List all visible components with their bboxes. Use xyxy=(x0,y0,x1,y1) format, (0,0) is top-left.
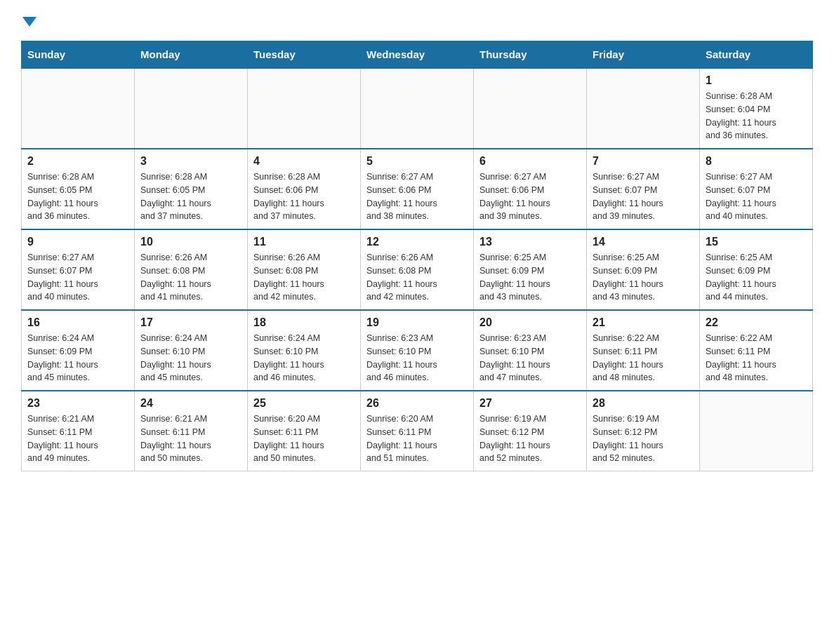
table-row xyxy=(361,68,474,149)
day-info: Sunrise: 6:27 AMSunset: 6:06 PMDaylight:… xyxy=(479,170,581,223)
day-number: 11 xyxy=(253,236,355,248)
day-info: Sunrise: 6:20 AMSunset: 6:11 PMDaylight:… xyxy=(253,412,355,465)
day-info: Sunrise: 6:19 AMSunset: 6:12 PMDaylight:… xyxy=(479,412,581,465)
day-number: 19 xyxy=(366,316,468,329)
table-row: 20Sunrise: 6:23 AMSunset: 6:10 PMDayligh… xyxy=(474,310,587,391)
table-row: 6Sunrise: 6:27 AMSunset: 6:06 PMDaylight… xyxy=(474,149,587,229)
day-number: 25 xyxy=(253,397,355,410)
calendar-week-row: 9Sunrise: 6:27 AMSunset: 6:07 PMDaylight… xyxy=(22,229,813,310)
calendar-header-row: Sunday Monday Tuesday Wednesday Thursday… xyxy=(22,41,813,69)
day-number: 17 xyxy=(140,316,241,329)
table-row: 10Sunrise: 6:26 AMSunset: 6:08 PMDayligh… xyxy=(135,229,248,310)
day-number: 8 xyxy=(706,155,807,168)
day-info: Sunrise: 6:28 AMSunset: 6:05 PMDaylight:… xyxy=(140,170,241,223)
day-number: 28 xyxy=(593,397,694,410)
table-row: 25Sunrise: 6:20 AMSunset: 6:11 PMDayligh… xyxy=(248,391,361,471)
day-info: Sunrise: 6:19 AMSunset: 6:12 PMDaylight:… xyxy=(593,412,694,465)
day-info: Sunrise: 6:24 AMSunset: 6:10 PMDaylight:… xyxy=(140,332,241,384)
day-number: 10 xyxy=(140,236,241,248)
table-row: 4Sunrise: 6:28 AMSunset: 6:06 PMDaylight… xyxy=(248,149,361,229)
table-row: 13Sunrise: 6:25 AMSunset: 6:09 PMDayligh… xyxy=(474,229,587,310)
day-info: Sunrise: 6:20 AMSunset: 6:11 PMDaylight:… xyxy=(366,412,468,465)
table-row: 2Sunrise: 6:28 AMSunset: 6:05 PMDaylight… xyxy=(22,149,135,229)
day-number: 20 xyxy=(479,316,581,329)
table-row: 11Sunrise: 6:26 AMSunset: 6:08 PMDayligh… xyxy=(248,229,361,310)
table-row: 26Sunrise: 6:20 AMSunset: 6:11 PMDayligh… xyxy=(361,391,474,471)
calendar-week-row: 23Sunrise: 6:21 AMSunset: 6:11 PMDayligh… xyxy=(22,391,813,471)
day-info: Sunrise: 6:25 AMSunset: 6:09 PMDaylight:… xyxy=(593,251,694,304)
day-info: Sunrise: 6:28 AMSunset: 6:05 PMDaylight:… xyxy=(27,170,128,223)
day-number: 9 xyxy=(27,236,128,248)
day-number: 16 xyxy=(27,316,128,329)
day-number: 2 xyxy=(27,155,128,168)
day-info: Sunrise: 6:23 AMSunset: 6:10 PMDaylight:… xyxy=(479,332,581,384)
day-number: 27 xyxy=(479,397,581,410)
day-info: Sunrise: 6:26 AMSunset: 6:08 PMDaylight:… xyxy=(366,251,468,304)
logo-triangle-icon xyxy=(22,17,37,27)
calendar-week-row: 1Sunrise: 6:28 AMSunset: 6:04 PMDaylight… xyxy=(22,68,813,149)
table-row: 27Sunrise: 6:19 AMSunset: 6:12 PMDayligh… xyxy=(474,391,587,471)
table-row xyxy=(22,68,135,149)
header-thursday: Thursday xyxy=(474,41,587,69)
table-row: 17Sunrise: 6:24 AMSunset: 6:10 PMDayligh… xyxy=(135,310,248,391)
table-row: 8Sunrise: 6:27 AMSunset: 6:07 PMDaylight… xyxy=(700,149,813,229)
header-saturday: Saturday xyxy=(700,41,813,69)
calendar-table: Sunday Monday Tuesday Wednesday Thursday… xyxy=(21,41,813,471)
day-number: 21 xyxy=(593,316,694,329)
header-sunday: Sunday xyxy=(22,41,135,69)
day-number: 18 xyxy=(253,316,355,329)
table-row: 28Sunrise: 6:19 AMSunset: 6:12 PMDayligh… xyxy=(587,391,700,471)
day-number: 12 xyxy=(366,236,468,248)
day-number: 13 xyxy=(479,236,581,248)
table-row: 5Sunrise: 6:27 AMSunset: 6:06 PMDaylight… xyxy=(361,149,474,229)
day-info: Sunrise: 6:28 AMSunset: 6:06 PMDaylight:… xyxy=(253,170,355,223)
day-info: Sunrise: 6:25 AMSunset: 6:09 PMDaylight:… xyxy=(706,251,807,304)
table-row: 3Sunrise: 6:28 AMSunset: 6:05 PMDaylight… xyxy=(135,149,248,229)
table-row: 24Sunrise: 6:21 AMSunset: 6:11 PMDayligh… xyxy=(135,391,248,471)
day-number: 15 xyxy=(706,236,807,248)
day-number: 6 xyxy=(479,155,581,168)
day-info: Sunrise: 6:26 AMSunset: 6:08 PMDaylight:… xyxy=(140,251,241,304)
table-row: 18Sunrise: 6:24 AMSunset: 6:10 PMDayligh… xyxy=(248,310,361,391)
day-info: Sunrise: 6:24 AMSunset: 6:09 PMDaylight:… xyxy=(27,332,128,384)
table-row xyxy=(700,391,813,471)
day-info: Sunrise: 6:27 AMSunset: 6:07 PMDaylight:… xyxy=(593,170,694,223)
day-info: Sunrise: 6:26 AMSunset: 6:08 PMDaylight:… xyxy=(253,251,355,304)
day-info: Sunrise: 6:27 AMSunset: 6:07 PMDaylight:… xyxy=(27,251,128,304)
day-info: Sunrise: 6:21 AMSunset: 6:11 PMDaylight:… xyxy=(27,412,128,465)
header-monday: Monday xyxy=(135,41,248,69)
table-row: 19Sunrise: 6:23 AMSunset: 6:10 PMDayligh… xyxy=(361,310,474,391)
day-number: 5 xyxy=(366,155,468,168)
day-number: 23 xyxy=(27,397,128,410)
day-number: 1 xyxy=(706,74,807,87)
table-row: 12Sunrise: 6:26 AMSunset: 6:08 PMDayligh… xyxy=(361,229,474,310)
day-info: Sunrise: 6:22 AMSunset: 6:11 PMDaylight:… xyxy=(706,332,807,384)
table-row xyxy=(587,68,700,149)
day-number: 14 xyxy=(593,236,694,248)
day-info: Sunrise: 6:24 AMSunset: 6:10 PMDaylight:… xyxy=(253,332,355,384)
table-row xyxy=(248,68,361,149)
day-info: Sunrise: 6:27 AMSunset: 6:07 PMDaylight:… xyxy=(706,170,807,223)
table-row: 22Sunrise: 6:22 AMSunset: 6:11 PMDayligh… xyxy=(700,310,813,391)
day-number: 4 xyxy=(253,155,355,168)
day-number: 24 xyxy=(140,397,241,410)
table-row: 23Sunrise: 6:21 AMSunset: 6:11 PMDayligh… xyxy=(22,391,135,471)
day-number: 22 xyxy=(706,316,807,329)
table-row: 9Sunrise: 6:27 AMSunset: 6:07 PMDaylight… xyxy=(22,229,135,310)
calendar-week-row: 2Sunrise: 6:28 AMSunset: 6:05 PMDaylight… xyxy=(22,149,813,229)
day-info: Sunrise: 6:21 AMSunset: 6:11 PMDaylight:… xyxy=(140,412,241,465)
page-header xyxy=(21,14,813,27)
day-number: 3 xyxy=(140,155,241,168)
logo xyxy=(21,14,37,27)
day-info: Sunrise: 6:25 AMSunset: 6:09 PMDaylight:… xyxy=(479,251,581,304)
calendar-week-row: 16Sunrise: 6:24 AMSunset: 6:09 PMDayligh… xyxy=(22,310,813,391)
header-friday: Friday xyxy=(587,41,700,69)
day-number: 26 xyxy=(366,397,468,410)
day-number: 7 xyxy=(593,155,694,168)
header-wednesday: Wednesday xyxy=(361,41,474,69)
day-info: Sunrise: 6:23 AMSunset: 6:10 PMDaylight:… xyxy=(366,332,468,384)
day-info: Sunrise: 6:28 AMSunset: 6:04 PMDaylight:… xyxy=(706,90,807,142)
table-row xyxy=(135,68,248,149)
table-row: 7Sunrise: 6:27 AMSunset: 6:07 PMDaylight… xyxy=(587,149,700,229)
table-row xyxy=(474,68,587,149)
